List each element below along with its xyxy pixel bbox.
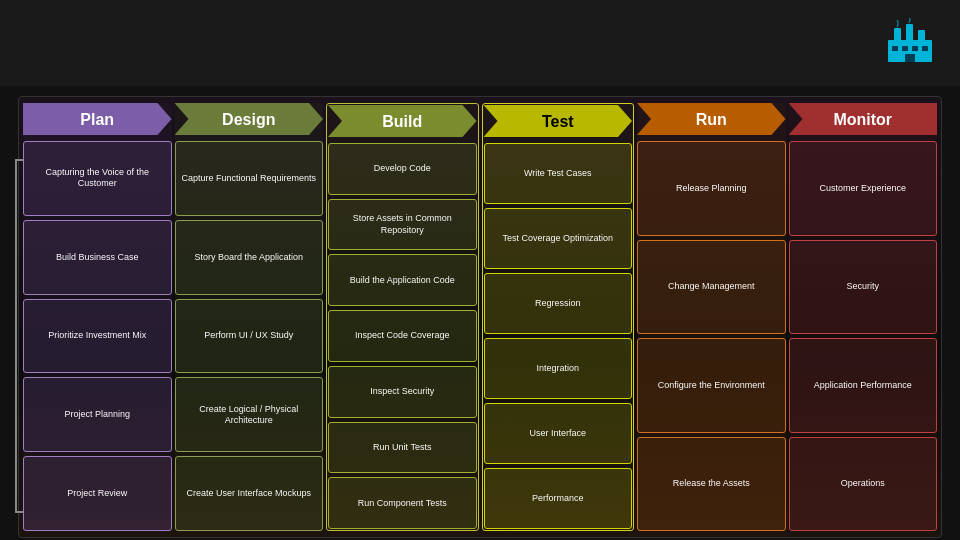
phase-col-run: RunRelease PlanningChange ManagementConf… <box>637 103 786 531</box>
phase-col-monitor: MonitorCustomer ExperienceSecurityApplic… <box>789 103 938 531</box>
card-design-2: Perform UI / UX Study <box>175 299 324 374</box>
card-test-0: Write Test Cases <box>484 143 633 204</box>
card-plan-0: Capturing the Voice of the Customer <box>23 141 172 216</box>
card-build-0: Develop Code <box>328 143 477 195</box>
card-build-5: Run Unit Tests <box>328 422 477 474</box>
card-monitor-0: Customer Experience <box>789 141 938 236</box>
plan-bracket <box>15 159 23 513</box>
card-test-4: User Interface <box>484 403 633 464</box>
card-build-6: Run Component Tests <box>328 477 477 529</box>
factory-icon <box>884 18 936 72</box>
cards-list-run: Release PlanningChange ManagementConfigu… <box>637 141 786 531</box>
main-content: PlanCapturing the Voice of the CustomerB… <box>0 86 960 540</box>
cards-list-build: Develop CodeStore Assets in Common Repos… <box>328 143 477 529</box>
card-plan-2: Prioritize Investment Mix <box>23 299 172 374</box>
card-plan-4: Project Review <box>23 456 172 531</box>
card-test-1: Test Coverage Optimization <box>484 208 633 269</box>
card-build-3: Inspect Code Coverage <box>328 310 477 362</box>
card-design-1: Story Board the Application <box>175 220 324 295</box>
cards-list-plan: Capturing the Voice of the CustomerBuild… <box>23 141 172 531</box>
cards-list-monitor: Customer ExperienceSecurityApplication P… <box>789 141 938 531</box>
card-build-2: Build the Application Code <box>328 254 477 306</box>
card-test-2: Regression <box>484 273 633 334</box>
header <box>0 0 960 86</box>
cards-list-test: Write Test CasesTest Coverage Optimizati… <box>484 143 633 529</box>
card-monitor-1: Security <box>789 240 938 335</box>
phase-col-test: TestWrite Test CasesTest Coverage Optimi… <box>482 103 635 531</box>
svg-rect-1 <box>894 28 901 42</box>
svg-rect-7 <box>922 46 928 51</box>
card-run-0: Release Planning <box>637 141 786 236</box>
card-run-1: Change Management <box>637 240 786 335</box>
card-run-3: Release the Assets <box>637 437 786 532</box>
phase-header-run: Run <box>637 103 786 135</box>
card-test-5: Performance <box>484 468 633 529</box>
phase-col-plan: PlanCapturing the Voice of the CustomerB… <box>23 103 172 531</box>
phase-header-monitor: Monitor <box>789 103 938 135</box>
card-test-3: Integration <box>484 338 633 399</box>
phase-col-design: DesignCapture Functional RequirementsSto… <box>175 103 324 531</box>
svg-rect-6 <box>912 46 918 51</box>
card-design-0: Capture Functional Requirements <box>175 141 324 216</box>
card-run-2: Configure the Environment <box>637 338 786 433</box>
card-plan-3: Project Planning <box>23 377 172 452</box>
phase-col-build: BuildDevelop CodeStore Assets in Common … <box>326 103 479 531</box>
svg-rect-4 <box>892 46 898 51</box>
svg-rect-2 <box>906 24 913 42</box>
card-design-4: Create User Interface Mockups <box>175 456 324 531</box>
svg-rect-3 <box>918 30 925 42</box>
cards-list-design: Capture Functional RequirementsStory Boa… <box>175 141 324 531</box>
phases-container: PlanCapturing the Voice of the CustomerB… <box>18 96 942 538</box>
card-plan-1: Build Business Case <box>23 220 172 295</box>
card-build-4: Inspect Security <box>328 366 477 418</box>
card-build-1: Store Assets in Common Repository <box>328 199 477 251</box>
phase-header-test: Test <box>484 105 633 137</box>
svg-rect-5 <box>902 46 908 51</box>
card-design-3: Create Logical / Physical Architecture <box>175 377 324 452</box>
card-monitor-2: Application Performance <box>789 338 938 433</box>
phase-header-plan: Plan <box>23 103 172 135</box>
phase-header-design: Design <box>175 103 324 135</box>
phase-header-build: Build <box>328 105 477 137</box>
card-monitor-3: Operations <box>789 437 938 532</box>
svg-rect-8 <box>905 54 915 62</box>
